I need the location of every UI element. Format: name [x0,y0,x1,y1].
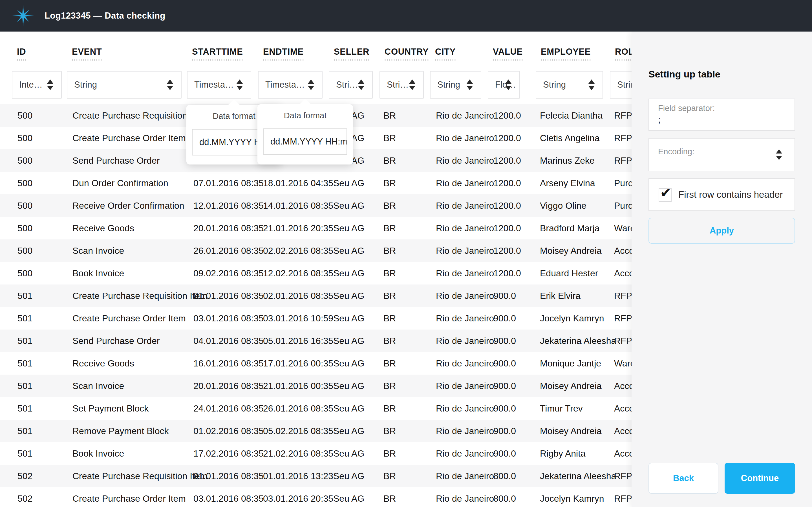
cell-value: 900.0 [493,442,516,465]
cell-id: 500 [17,217,33,239]
cell-employee: Timur Trev [540,397,583,420]
cell-value: 900.0 [493,330,516,352]
cell-country: BR [384,262,396,284]
type-select-city[interactable]: String [430,71,481,99]
type-select-employee[interactable]: String [536,71,603,99]
table-row: 501Scan Invoice20.01.2016 08:3521.01.201… [0,375,631,397]
cell-city: Rio de Janeiro [436,375,494,397]
back-button[interactable]: Back [649,463,718,494]
column-header-city: CITY [435,47,456,61]
cell-starttime: 20.01.2016 08:35 [193,217,264,239]
arrow-down-icon [409,86,415,90]
cell-event: Create Purchase Order Item [72,307,186,330]
encoding-select[interactable]: Encoding: [649,138,795,171]
cell-starttime: 20.01.2016 08:35 [193,375,264,397]
cell-endtime: 02.02.2016 08:35 [263,239,333,262]
cell-employee: Cletis Angelina [540,127,600,149]
cell-value: 1200.0 [493,239,521,262]
cell-seller: Seu AG [333,420,364,442]
cell-id: 500 [17,262,33,284]
cell-endtime: 21.01.2016 20:35 [263,217,333,239]
stepper-icon [167,79,173,90]
endtime-format-popover: Data format dd.MM.YYYY HH:mm [257,104,353,165]
cell-city: Rio de Janeiro [436,420,494,442]
cell-employee: Marinus Zeke [540,149,595,172]
cell-seller: Seu AG [333,465,364,487]
table-row: 500Scan Invoice26.01.2016 08:3502.02.201… [0,239,631,262]
cell-employee: Moisey Andreia [540,375,602,397]
endtime-format-input[interactable]: dd.MM.YYYY HH:mm [263,128,347,155]
arrow-up-icon [589,79,595,83]
arrow-up-icon [167,79,173,83]
cell-event: Send Purchase Order [72,330,160,352]
continue-button[interactable]: Continue [725,463,795,494]
type-select-starttime[interactable]: Timesta… [187,71,251,99]
popover-caret [298,99,312,112]
cell-city: Rio de Janeiro [436,352,494,375]
cell-city: Rio de Janeiro [436,397,494,420]
type-value-id: Inte… [19,71,43,98]
cell-id: 500 [17,239,33,262]
cell-country: BR [384,127,396,149]
arrow-up-icon [776,149,782,154]
cell-starttime: 03.01.2016 08:35 [193,307,264,330]
cell-employee: Eduard Hester [540,262,598,284]
cell-city: Rio de Janeiro [436,194,494,217]
first-row-header-checkbox[interactable]: ✔ [659,188,672,202]
cell-seller: Seu AG [333,172,364,194]
cell-id: 500 [17,127,33,149]
cell-endtime: 05.02.2016 08:35 [263,420,333,442]
type-select-country[interactable]: Stri… [379,71,424,99]
cell-event: Remove Payment Block [72,420,168,442]
apply-button[interactable]: Apply [649,218,795,244]
cell-employee: Bradford Marja [540,217,600,239]
type-value-endtime: Timesta… [265,71,305,98]
type-select-value[interactable]: Flo… [488,71,520,99]
cell-id: 501 [17,397,33,420]
cell-employee: Jekaterina Aleesha [540,465,616,487]
field-separator-value: ; [658,114,661,125]
cell-event: Send Purchase Order [72,149,160,172]
cell-value: 900.0 [493,284,516,307]
arrow-down-icon [237,86,243,90]
sidebar-title: Setting up table [649,69,720,80]
column-header-employee: EMPLOYEE [541,47,591,61]
cell-endtime: 01.01.2016 13:23 [263,465,333,487]
stepper-icon [505,79,511,90]
cell-country: BR [384,217,396,239]
cell-starttime: 01.01.2016 08:35 [193,465,264,487]
cell-endtime: 14.01.2016 08:35 [263,194,333,217]
type-select-seller[interactable]: Stri… [329,71,373,99]
cell-city: Rio de Janeiro [436,217,494,239]
type-select-event[interactable]: String [67,71,182,99]
cell-seller: Seu AG [333,284,364,307]
column-header-event: EVENT [72,47,102,61]
cell-value: 1200.0 [493,262,521,284]
cell-country: BR [384,194,396,217]
type-value-starttime: Timesta… [194,71,234,98]
cell-country: BR [384,352,396,375]
arrow-down-icon [467,86,473,90]
cell-seller: Seu AG [333,330,364,352]
cell-city: Rio de Janeiro [436,284,494,307]
type-select-endtime[interactable]: Timesta… [258,71,322,99]
arrow-up-icon [308,79,314,83]
stepper-icon [776,149,782,160]
cell-id: 501 [17,442,33,465]
stepper-icon [409,79,415,90]
cell-employee: Rigby Anita [540,442,586,465]
stepper-icon [358,79,364,90]
cell-value: 1200.0 [493,104,521,127]
arrow-up-icon [47,79,53,83]
cell-value: 900.0 [493,397,516,420]
type-select-id[interactable]: Inte… [12,71,62,99]
cell-country: BR [384,239,396,262]
table-row: 500Dun Order Confirmation07.01.2016 08:3… [0,172,631,194]
field-separator-input[interactable]: Field separator: ; [649,99,795,131]
cell-id: 501 [17,330,33,352]
arrow-down-icon [505,86,511,90]
cell-event: Receive Order Confirmation [72,194,185,217]
cell-endtime: 26.01.2016 08:35 [263,397,333,420]
cell-endtime: 21.01.2016 00:35 [263,375,333,397]
cell-country: BR [384,172,396,194]
